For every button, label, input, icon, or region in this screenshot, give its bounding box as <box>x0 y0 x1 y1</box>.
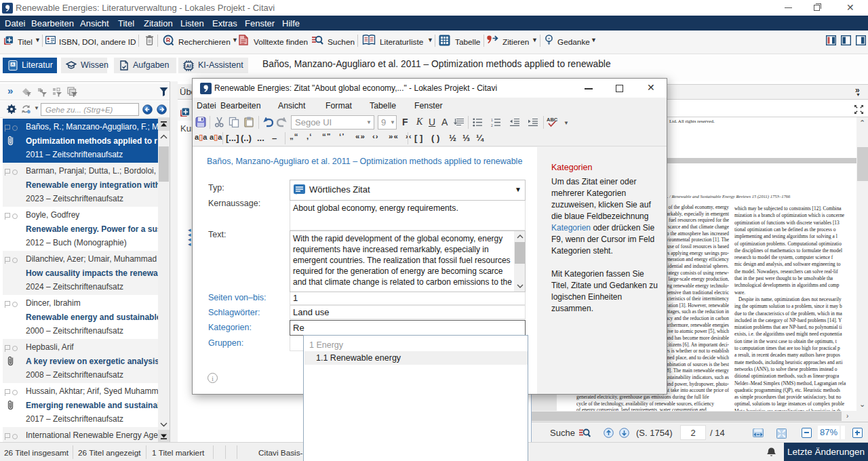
svg-text:ABC: ABC <box>547 117 558 123</box>
svg-text:1: 1 <box>491 118 493 122</box>
svg-text:A: A <box>12 62 15 66</box>
svg-text:AI: AI <box>186 63 191 69</box>
svg-text:2: 2 <box>491 123 493 127</box>
